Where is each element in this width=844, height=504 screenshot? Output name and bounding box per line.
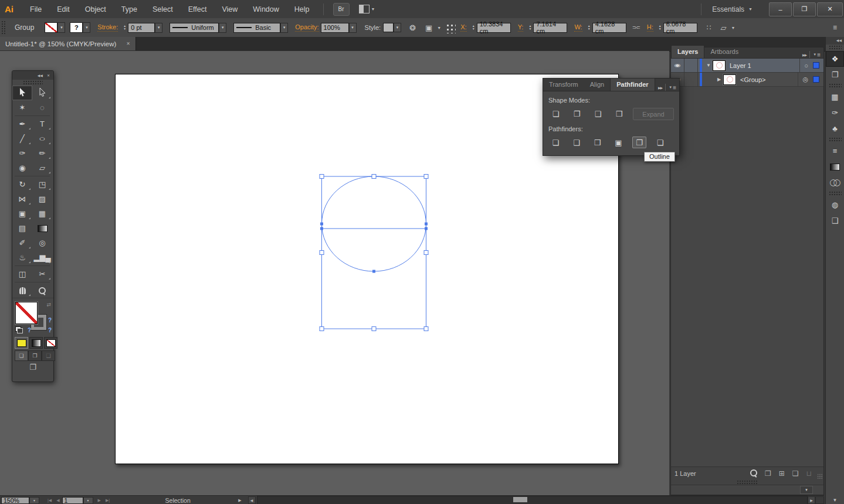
shear-dropdown[interactable]: ▼ [731,26,735,30]
minus-back-button[interactable]: ❏ [653,137,667,148]
y-field[interactable]: 7.1614 cm [533,23,567,33]
dock-grip[interactable] [829,83,842,88]
anchor-points[interactable] [320,223,428,273]
artboard-tool[interactable]: ◫ [12,267,32,281]
blob-brush-tool[interactable]: ◉ [12,161,32,175]
style-swatch[interactable] [383,23,394,32]
close-document-icon[interactable]: ✕ [126,41,130,46]
draw-behind-button[interactable]: ❐ [28,350,42,361]
artboard-number-field[interactable]: 1 [62,497,83,504]
menu-window[interactable]: Window [245,1,286,18]
collapse-panel-icon[interactable]: ◀◀ [38,73,43,77]
scrollbar-thumb[interactable] [513,497,527,502]
new-sublayer-icon[interactable]: ⊞ [779,469,785,478]
merge-button[interactable]: ❒ [590,137,605,148]
tab-layers[interactable]: Layers [671,45,704,58]
minimize-button[interactable]: – [769,2,792,16]
zoom-tool[interactable] [32,283,52,298]
panel-menu-icon[interactable]: ▼≡ [813,52,821,58]
opacity-label[interactable]: Opacity: [295,23,318,32]
menu-type[interactable]: Type [114,1,145,18]
reference-point-icon[interactable] [445,22,456,33]
h-stepper[interactable]: ▲▼ [657,25,663,30]
close-button[interactable]: ✕ [817,2,843,16]
appearance-panel-icon[interactable]: ◍ [826,197,844,213]
x-stepper[interactable]: ▲▼ [470,25,477,30]
slice-tool[interactable]: ✂ [32,267,52,281]
graphic-styles-panel-icon[interactable]: ❑ [826,213,844,229]
minus-front-button[interactable]: ❐ [570,108,584,120]
stroke-weight-label[interactable]: Stroke: [97,23,118,32]
arrange-documents-button[interactable]: ▼ [359,5,375,13]
gradient-tool[interactable] [32,221,52,236]
dock-scroll-down-icon[interactable]: ▼ [826,498,844,503]
draw-inside-button[interactable]: ❑ [42,350,55,361]
horizontal-scrollbar[interactable] [257,496,808,504]
collapse-panel-icon[interactable]: ▶▶ [658,86,662,90]
dock-grip[interactable] [829,45,842,50]
gradient-panel-icon[interactable] [826,159,844,175]
rotate-tool[interactable]: ↻ [12,177,32,192]
select-similar-dropdown[interactable]: ▼ [437,26,441,30]
eyedropper-tool[interactable]: ✐ [12,236,32,250]
first-artboard-button[interactable]: |◀ [45,498,54,503]
scroll-left-icon[interactable]: ◀ [248,496,256,504]
pen-tool[interactable]: ✒ [12,117,32,131]
dock-grip[interactable] [829,137,842,142]
panel-menu-icon[interactable]: ▼≡ [669,84,676,91]
circle-path[interactable] [322,176,426,271]
menu-help[interactable]: Help [287,1,317,18]
scroll-right-icon[interactable]: ▶ [808,496,815,504]
mesh-tool[interactable]: ▤ [12,221,32,236]
transform-icon[interactable]: ∷ [707,23,711,32]
hand-tool[interactable] [12,283,32,298]
width-tool[interactable]: ⋈ [12,192,32,206]
outline-button[interactable]: ❐ [632,137,647,148]
type-tool[interactable]: T [32,117,52,131]
panel-grip[interactable] [671,480,823,485]
select-similar-icon[interactable]: ▣ [425,23,432,32]
pathfinder-panel-icon[interactable]: ❐ [826,67,844,83]
w-field[interactable]: 4.1628 cm [592,23,626,33]
visibility-toggle[interactable]: ◉ [671,59,684,72]
lock-toggle[interactable] [684,73,698,86]
shape-builder-tool[interactable]: ▣ [12,206,32,221]
symbols-panel-icon[interactable]: ♣ [826,121,844,137]
scale-tool[interactable]: ◳ [32,177,52,192]
menu-view[interactable]: View [214,1,245,18]
expand-toggle[interactable]: ▼ [704,63,713,68]
next-artboard-button[interactable]: ▶ [96,498,103,503]
delete-layer-icon[interactable]: ⊔ [806,469,812,478]
layer-row[interactable]: ◉▶<Group>◎ [671,73,823,87]
menu-object[interactable]: Object [77,1,114,18]
tab-artboards[interactable]: Artboards [704,46,744,58]
stroke-weight-stepper[interactable]: ▲▼ [121,25,128,30]
status-menu-icon[interactable]: ▶ [235,498,244,503]
crop-button[interactable]: ▣ [611,137,626,148]
tab-pathfinder[interactable]: Pathfinder [610,78,655,91]
style-dropdown[interactable]: ▼ [394,23,401,32]
menu-select[interactable]: Select [145,1,181,18]
divide-button[interactable]: ❏ [548,137,563,148]
collapse-panel-icon[interactable]: ▶▶ [802,53,806,57]
intersect-button[interactable]: ❑ [591,108,605,120]
make-clipping-mask-icon[interactable]: ❐ [765,469,771,478]
stroke-swatch[interactable]: ? [70,22,83,33]
layer-name[interactable]: <Group> [740,76,765,83]
close-panel-icon[interactable]: ✕ [47,73,50,77]
opacity-dropdown[interactable]: ▼ [349,23,357,33]
column-graph-tool[interactable]: ▂▆▄ [32,250,52,265]
zoom-level-dropdown[interactable]: ▼ [29,497,39,504]
symbol-sprayer-tool[interactable]: ♨ [12,250,32,265]
control-panel-menu-icon[interactable]: ≡ [833,23,837,32]
width-profile-dropdown[interactable]: ▼ [219,23,226,33]
width-profile-select[interactable]: Uniform [170,23,219,33]
default-fill-stroke-icon[interactable] [15,326,23,333]
fill-indicator[interactable] [15,302,38,324]
pencil-tool[interactable]: ✏ [32,146,52,161]
color-button[interactable] [15,337,28,349]
w-stepper[interactable]: ▲▼ [586,25,592,30]
selection-handles[interactable] [320,175,428,331]
x-field[interactable]: 10.3834 cm [477,23,511,33]
eraser-tool[interactable]: ▱ [32,161,52,175]
